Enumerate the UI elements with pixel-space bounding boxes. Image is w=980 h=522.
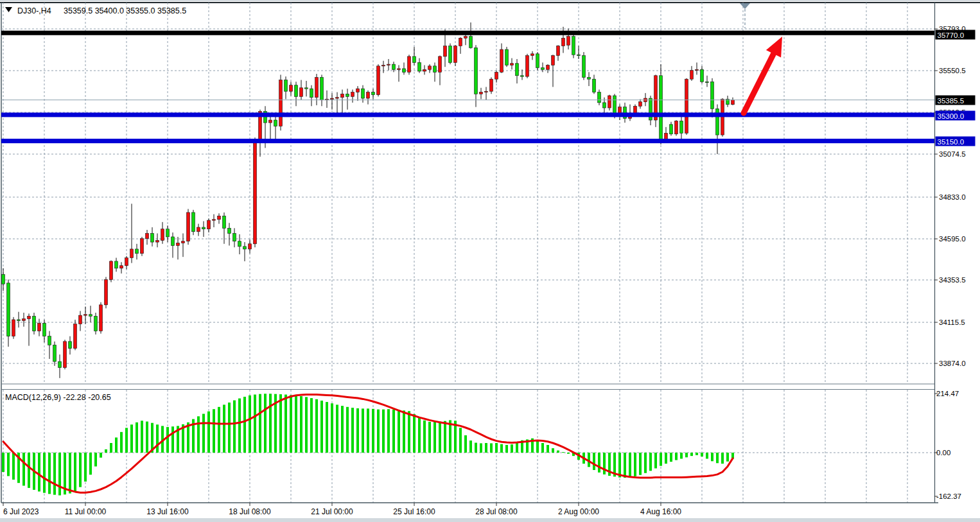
macd-histogram-bar [218, 407, 220, 453]
candle-bear [233, 233, 236, 241]
candle-bear [362, 89, 365, 98]
candle-bull [639, 101, 642, 106]
candle-bull [464, 37, 468, 39]
macd-histogram-bar [315, 399, 318, 453]
macd-histogram-bar [28, 453, 30, 488]
candle-bear [33, 316, 36, 331]
macd-histogram-bar [680, 453, 683, 458]
macd-histogram-bar [351, 408, 354, 453]
level-line-35150.0[interactable] [1, 139, 934, 143]
macd-histogram-bar [310, 398, 313, 453]
candle-bear [228, 228, 231, 233]
candle-bull [207, 220, 211, 229]
macd-histogram-bar [38, 453, 40, 491]
macd-histogram-bar [105, 449, 107, 453]
candle-bull [110, 261, 113, 280]
macd-histogram-bar [439, 422, 441, 453]
candle-bull [387, 64, 390, 65]
macd-histogram-bar [711, 453, 713, 461]
macd-histogram-bar [166, 427, 169, 453]
macd-histogram-bar [12, 453, 15, 480]
candle-bull [696, 69, 699, 70]
candle-bear [2, 274, 5, 284]
candle-bear [403, 69, 406, 72]
chart-canvas[interactable]: 35793.035550.535312.535074.534833.034595… [0, 0, 980, 522]
candle-bull [562, 38, 565, 46]
macd-histogram-bar [79, 453, 82, 487]
candle-bear [711, 82, 714, 109]
macd-histogram-bar [2, 453, 4, 472]
candle-bull [249, 244, 252, 249]
macd-histogram-bar [480, 443, 482, 453]
macd-histogram-bar [433, 421, 436, 453]
macd-histogram-bar [48, 453, 51, 494]
candle-bear [192, 213, 195, 232]
macd-histogram-bar [197, 416, 200, 453]
candle-bear [701, 69, 704, 82]
candle-bull [552, 56, 555, 65]
candle-bear [469, 37, 473, 48]
candle-bull [351, 92, 354, 97]
candle-bull [408, 57, 411, 72]
macd-histogram-bar [392, 410, 395, 453]
candle-bull [356, 89, 360, 92]
macd-histogram-bar [516, 442, 518, 453]
candle-bull [685, 79, 688, 133]
macd-histogram-bar [444, 421, 446, 453]
candle-bear [433, 66, 437, 73]
macd-histogram-bar [156, 424, 159, 453]
candle-bear [516, 64, 519, 76]
candle-bear [577, 55, 581, 55]
candle-bear [593, 79, 596, 92]
level-line-35300.0[interactable] [1, 112, 934, 117]
macd-indicator-label: MACD(12,26,9) -22.28 -20.65 [5, 393, 111, 402]
candle-bull [315, 77, 319, 97]
macd-histogram-bar [649, 453, 652, 471]
candle-bull [28, 316, 31, 318]
macd-histogram-bar [7, 453, 10, 476]
candle-bull [161, 229, 164, 241]
macd-histogram-bar [469, 440, 472, 453]
macd-histogram-bar [562, 452, 564, 453]
macd-histogram-bar [634, 453, 636, 476]
price-badge-label: 35150.0 [938, 138, 965, 146]
macd-histogram-bar [202, 414, 205, 453]
candle-bear [372, 92, 375, 95]
candle-bear [171, 237, 175, 246]
candle-bull [480, 92, 483, 94]
candle-bull [428, 66, 432, 69]
candle-bear [89, 315, 92, 317]
candle-bear [603, 103, 606, 108]
candle-bull [279, 80, 283, 126]
candle-bear [53, 345, 57, 361]
price-axis-label: 35550.5 [939, 67, 966, 74]
candle-bull [675, 121, 678, 134]
candle-bull [423, 69, 426, 71]
candle-bull [12, 320, 15, 336]
level-line-35770.0[interactable] [1, 31, 934, 35]
time-axis-label: 13 Jul 16:00 [146, 507, 189, 516]
macd-histogram-bar [279, 394, 282, 453]
time-axis-label: 21 Jul 00:00 [311, 507, 353, 516]
macd-histogram-bar [408, 411, 410, 453]
candle-bull [547, 65, 550, 69]
candle-bear [660, 76, 663, 140]
candle-bear [295, 85, 298, 97]
candle-bull [84, 315, 87, 315]
candle-bear [151, 233, 154, 242]
candle-bull [218, 216, 221, 219]
macd-histogram-bar [403, 410, 405, 453]
symbol-period-label: DJ30-,H4 [17, 6, 51, 15]
macd-histogram-bar [254, 395, 256, 453]
candle-bull [557, 46, 560, 56]
macd-histogram-bar [58, 453, 61, 495]
quote-ohlc-label: 35359.5 35400.0 35355.0 35385.5 [64, 6, 186, 15]
chart-window: { "header": { "symbol_period": "DJ30-,H4… [0, 0, 980, 522]
time-axis-label: 11 Jul 00:00 [65, 507, 107, 516]
candle-bull [459, 38, 462, 46]
candle-bull [690, 71, 694, 80]
candle-bear [305, 88, 308, 89]
macd-histogram-bar [541, 443, 544, 453]
macd-histogram-bar [300, 396, 302, 453]
candle-bull [74, 324, 77, 349]
